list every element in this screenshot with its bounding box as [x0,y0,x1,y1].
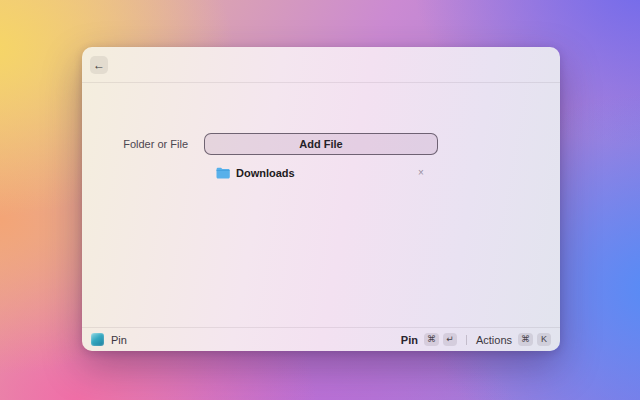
file-name: Downloads [236,167,295,179]
footer-actions: Pin ⌘ ↵ Actions ⌘ K [401,333,551,346]
remove-file-button[interactable]: × [413,164,429,180]
folder-icon [216,167,230,179]
back-button[interactable]: ← [90,56,108,74]
cmd-key[interactable]: ⌘ [424,333,439,346]
add-file-button-label: Add File [299,138,342,150]
window-header: ← [82,47,560,83]
return-key[interactable]: ↵ [443,333,457,346]
return-icon: ↵ [446,335,454,344]
folder-or-file-label: Folder or File [82,138,188,150]
k-key[interactable]: K [537,333,551,346]
pin-app-icon [91,333,104,346]
actions-menu-label[interactable]: Actions [476,334,512,346]
pin-extension-window: ← Folder or File Add File Downloads × Pi… [82,47,560,351]
footer-divider [466,335,467,345]
add-file-button[interactable]: Add File [204,133,438,155]
file-list-item[interactable]: Downloads [216,164,438,182]
footer-app-label: Pin [111,334,127,346]
cmd-icon-2: ⌘ [521,335,530,344]
cmd-key-2[interactable]: ⌘ [518,333,533,346]
back-arrow-icon: ← [93,59,105,71]
cmd-icon: ⌘ [427,335,436,344]
window-footer: Pin Pin ⌘ ↵ Actions ⌘ K [82,327,560,351]
pin-action-label[interactable]: Pin [401,334,418,346]
desktop: { "window": { "back_icon": "←", "form": … [0,0,640,400]
form-content: Folder or File Add File Downloads × [82,83,560,327]
k-key-label: K [541,335,547,344]
remove-x-icon: × [418,167,424,178]
